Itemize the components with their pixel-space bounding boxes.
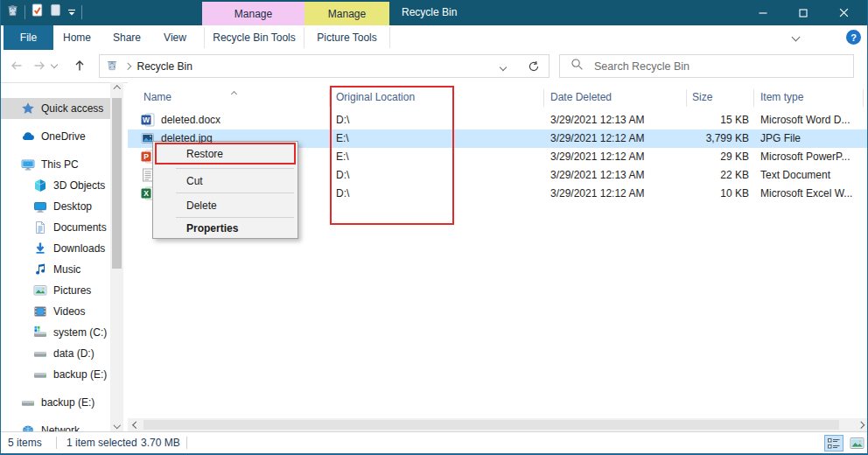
drive-icon (33, 346, 47, 360)
column-separator[interactable] (753, 89, 754, 107)
sidebar-item-label: Documents (53, 217, 107, 238)
back-button[interactable] (6, 55, 27, 76)
scroll-left-icon[interactable] (130, 418, 143, 431)
context-menu-item-properties[interactable]: Properties (155, 220, 296, 238)
search-icon (570, 58, 584, 74)
desktop-icon (33, 200, 47, 214)
tab-home[interactable]: Home (53, 25, 101, 50)
recent-locations-chevron-icon[interactable] (51, 61, 58, 68)
file-row[interactable]: Wdeleted.docxD:\3/29/2021 12:13 AM15 KBM… (128, 111, 868, 130)
forward-button[interactable] (29, 55, 50, 76)
file-size: 10 KB (618, 185, 749, 203)
sidebar-item-desktop[interactable]: Desktop (1, 196, 110, 217)
sidebar-scrollbar-thumb[interactable] (112, 98, 122, 269)
help-icon[interactable]: ? (846, 30, 861, 45)
customize-toolbar-icon[interactable] (67, 4, 76, 20)
sidebar-item-music[interactable]: Music (1, 259, 110, 280)
sidebar-item-quick-access[interactable]: Quick access (1, 98, 110, 119)
tab-label: Share (113, 32, 141, 44)
file-name: deleted.jpg (161, 130, 213, 148)
column-header-date-deleted[interactable]: Date Deleted (550, 88, 612, 107)
tab-picture-tools[interactable]: Picture Tools (304, 25, 389, 50)
up-button[interactable] (69, 55, 90, 76)
sidebar-item-documents[interactable]: Documents (1, 217, 110, 238)
sort-ascending-icon (232, 84, 236, 100)
column-separator[interactable] (543, 89, 544, 107)
scroll-down-icon[interactable] (110, 418, 123, 431)
minimize-button[interactable] (743, 0, 783, 25)
context-menu: Restore Cut Delete Properties (152, 141, 298, 239)
details-view-button[interactable] (824, 435, 844, 452)
file-list-horizontal-scrollbar[interactable] (128, 418, 868, 431)
file-item-type: JPG File (760, 130, 801, 148)
sidebar-item-label: Downloads (53, 238, 105, 259)
sidebar-item-backup-e[interactable]: backup (E:) (1, 364, 110, 385)
expand-ribbon-chevron-icon[interactable] (792, 33, 801, 42)
column-header-size[interactable]: Size (692, 88, 712, 107)
tab-view[interactable]: View (153, 25, 197, 50)
tab-share[interactable]: Share (103, 25, 150, 50)
selection-size: 3.70 MB (141, 432, 180, 453)
address-bar-row: Recycle Bin (1, 50, 867, 83)
tab-label: View (164, 32, 186, 44)
column-separator[interactable] (863, 89, 864, 107)
column-header-original-location[interactable]: Original Location (336, 88, 415, 107)
sidebar-item-label: 3D Objects (53, 175, 105, 196)
sidebar-item-videos[interactable]: Videos (1, 301, 110, 322)
menu-item-label: Properties (186, 222, 238, 234)
breadcrumb-chevron-icon[interactable] (124, 63, 131, 70)
horizontal-scrollbar-thumb[interactable] (144, 420, 839, 430)
navigation-pane: Quick accessOneDriveThis PC3D ObjectsDes… (1, 82, 110, 431)
cloud-icon (21, 130, 35, 144)
sidebar-item-system-c[interactable]: system (C:) (1, 322, 110, 343)
tab-recycle-bin-tools[interactable]: Recycle Bin Tools (205, 25, 304, 50)
contextual-tab-manage-picture[interactable]: Manage (304, 2, 389, 25)
sidebar-item-label: Quick access (41, 98, 103, 119)
column-header-item-type[interactable]: Item type (760, 88, 803, 107)
column-separator[interactable] (686, 89, 687, 107)
file-original-location: E:\ (336, 130, 349, 148)
sidebar-item-onedrive[interactable]: OneDrive (1, 126, 110, 147)
sidebar-scrollbar[interactable] (110, 82, 123, 431)
new-item-icon[interactable] (49, 4, 62, 20)
sidebar-item-backup-e[interactable]: backup (E:) (1, 392, 110, 413)
drive-icon (21, 396, 35, 410)
tab-separator (389, 27, 390, 48)
recycle-bin-icon[interactable] (6, 4, 19, 20)
address-dropdown-chevron-icon[interactable] (500, 64, 507, 71)
large-thumbnails-view-button[interactable] (847, 435, 866, 452)
sidebar-item-3d-objects[interactable]: 3D Objects (1, 175, 110, 196)
sidebar-item-data-d[interactable]: data (D:) (1, 343, 110, 364)
context-menu-item-cut[interactable]: Cut (155, 171, 296, 192)
search-input[interactable] (592, 60, 806, 74)
column-separator[interactable] (329, 89, 330, 107)
file-original-location: E:\ (336, 148, 349, 166)
sidebar-item-this-pc[interactable]: This PC (1, 154, 110, 175)
recycle-bin-icon (106, 59, 118, 74)
contextual-tab-manage-recycle[interactable]: Manage (202, 2, 304, 25)
refresh-button[interactable] (518, 54, 550, 78)
star-icon (21, 102, 35, 116)
sidebar-item-label: backup (E:) (41, 392, 94, 413)
sidebar-item-label: Pictures (53, 280, 91, 301)
close-button[interactable] (823, 0, 864, 25)
sidebar-item-network[interactable]: Network (1, 420, 110, 431)
tab-label: Picture Tools (317, 32, 376, 44)
sidebar-item-pictures[interactable]: Pictures (1, 280, 110, 301)
context-menu-item-delete[interactable]: Delete (155, 195, 296, 216)
address-bar[interactable]: Recycle Bin (99, 54, 519, 78)
sidebar-item-label: data (D:) (53, 343, 94, 364)
menu-separator (176, 192, 294, 193)
breadcrumb-location[interactable]: Recycle Bin (137, 60, 192, 73)
file-item-type: Microsoft Excel W... (760, 185, 852, 203)
sidebar-item-downloads[interactable]: Downloads (1, 238, 110, 259)
document-icon (33, 220, 47, 234)
scroll-right-icon[interactable] (854, 418, 867, 431)
search-box[interactable] (559, 54, 854, 78)
maximize-button[interactable] (783, 0, 823, 25)
tab-file[interactable]: File (4, 25, 53, 50)
properties-check-icon[interactable] (31, 4, 44, 20)
scroll-up-icon[interactable] (110, 82, 123, 95)
items-count: 5 items (8, 432, 42, 453)
column-header-name[interactable]: Name (144, 88, 172, 107)
